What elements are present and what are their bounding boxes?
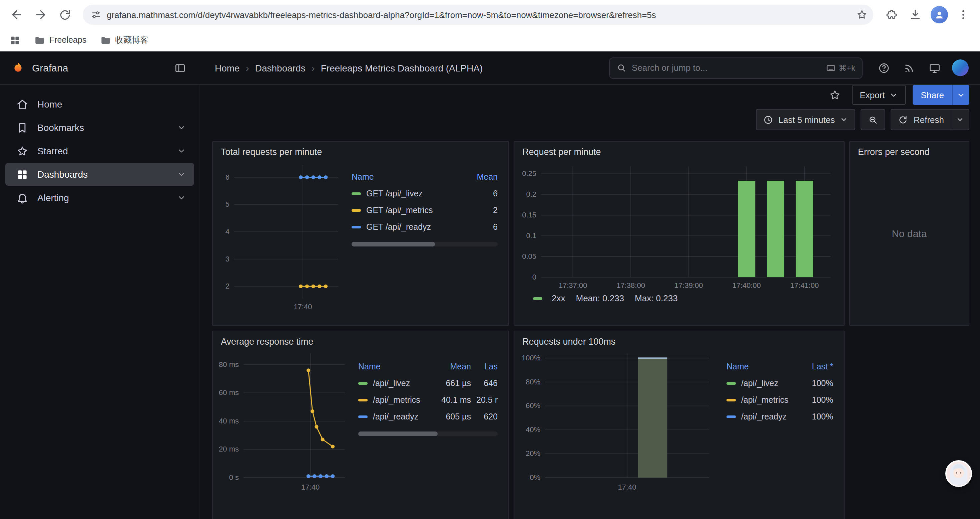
series-value: 40.1 ms bbox=[430, 395, 471, 404]
sidebar-item-bookmarks[interactable]: Bookmarks bbox=[5, 116, 194, 139]
legend-row[interactable]: GET /api/_livez6 bbox=[352, 185, 498, 202]
assistant-avatar[interactable] bbox=[945, 460, 972, 487]
breadcrumb-separator: › bbox=[312, 62, 315, 73]
empty-grid-cell bbox=[849, 331, 969, 519]
legend-inline[interactable]: 2xx Mean: 0.233 Max: 0.233 bbox=[514, 292, 844, 308]
series-name: /api/_readyz bbox=[373, 412, 430, 421]
dock-panel-icon bbox=[174, 62, 186, 74]
average-response-time-chart[interactable]: 80 ms60 ms40 ms20 ms0 s17:40 bbox=[217, 348, 350, 493]
legend-row[interactable]: GET /api/_readyz6 bbox=[352, 219, 498, 235]
requests-under-100ms-chart[interactable]: 100%80%60%40%20%0%17:40 bbox=[519, 348, 719, 493]
bookmark-star-icon[interactable] bbox=[856, 9, 868, 21]
legend-row[interactable]: /api/_readyz100% bbox=[727, 408, 833, 425]
request-per-minute-chart[interactable]: 0.250.20.150.10.05017:37:0017:38:0017:39… bbox=[519, 161, 838, 292]
url-bar[interactable] bbox=[83, 5, 873, 25]
legend-row[interactable]: /api/_readyz605 µs620 bbox=[358, 408, 498, 425]
display-button[interactable] bbox=[924, 57, 945, 78]
download-button[interactable] bbox=[904, 3, 927, 26]
breadcrumb-separator: › bbox=[246, 62, 249, 73]
panel-total-requests: Total requests per minute 6543217:40 Nam… bbox=[212, 141, 509, 326]
series-mean: Mean: 0.233 bbox=[576, 293, 624, 303]
legend-scrollbar[interactable] bbox=[352, 242, 498, 246]
legend-row[interactable]: /api/_livez661 µs646 bbox=[358, 375, 498, 391]
monitor-icon bbox=[929, 62, 941, 74]
bookmark-label: 收藏博客 bbox=[115, 34, 148, 46]
help-button[interactable] bbox=[873, 57, 895, 78]
sidebar-item-starred[interactable]: Starred bbox=[5, 140, 194, 162]
panel-title[interactable]: Average response time bbox=[213, 331, 508, 348]
refresh-interval-button[interactable] bbox=[951, 110, 969, 129]
export-button[interactable]: Export bbox=[851, 85, 906, 105]
legend-row[interactable]: /api/_livez100% bbox=[727, 375, 833, 391]
user-menu-button[interactable] bbox=[949, 57, 970, 78]
extensions-button[interactable] bbox=[880, 3, 903, 26]
sidebar-item-home[interactable]: Home bbox=[5, 93, 194, 115]
download-icon bbox=[908, 8, 922, 21]
series-value: 6 bbox=[471, 222, 498, 232]
legend-row[interactable]: /api/_metrics100% bbox=[727, 391, 833, 408]
share-button[interactable]: Share bbox=[913, 85, 969, 105]
svg-text:100%: 100% bbox=[522, 354, 540, 362]
chevron-down-icon[interactable] bbox=[177, 193, 186, 203]
reload-icon bbox=[58, 8, 71, 21]
sidebar-item-label: Home bbox=[37, 99, 62, 110]
sidebar-toggle-button[interactable] bbox=[169, 57, 191, 78]
sidebar-item-label: Alerting bbox=[37, 192, 69, 203]
forward-icon bbox=[34, 8, 48, 21]
total-requests-chart[interactable]: 6543217:40 bbox=[217, 158, 344, 313]
series-value: 661 µs bbox=[430, 378, 471, 388]
kebab-menu-icon bbox=[957, 9, 969, 21]
breadcrumb-dashboards[interactable]: Dashboards bbox=[255, 62, 305, 73]
clock-icon bbox=[763, 115, 773, 125]
svg-text:17:40: 17:40 bbox=[618, 483, 636, 491]
legend-row[interactable]: GET /api/_metrics2 bbox=[352, 202, 498, 219]
folder-icon bbox=[100, 34, 111, 46]
forward-button[interactable] bbox=[29, 3, 52, 26]
share-menu-button[interactable] bbox=[952, 85, 969, 105]
svg-text:5: 5 bbox=[226, 200, 229, 208]
time-range-picker[interactable]: Last 5 minutes bbox=[756, 109, 856, 130]
sidebar-item-alerting[interactable]: Alerting bbox=[5, 186, 194, 209]
scrollbar-thumb[interactable] bbox=[358, 431, 438, 436]
url-input[interactable] bbox=[107, 10, 851, 20]
bookmark-folder-freeleaps[interactable]: Freeleaps bbox=[34, 34, 86, 46]
refresh-button[interactable]: Refresh bbox=[892, 110, 951, 129]
time-toolbar: Last 5 minutes Refresh bbox=[200, 109, 980, 130]
svg-text:60 ms: 60 ms bbox=[219, 388, 239, 397]
grafana-logo[interactable] bbox=[11, 61, 25, 75]
series-value: 646 bbox=[471, 378, 498, 388]
series-value: 605 µs bbox=[430, 412, 471, 421]
browser-menu-button[interactable] bbox=[952, 3, 975, 26]
search-box[interactable]: ⌘+k bbox=[609, 57, 862, 78]
series-name: GET /api/_readyz bbox=[366, 222, 471, 232]
scrollbar-thumb[interactable] bbox=[352, 242, 435, 246]
dashboards-icon bbox=[16, 168, 29, 181]
breadcrumb-home[interactable]: Home bbox=[215, 62, 240, 73]
legend-scrollbar[interactable] bbox=[358, 431, 498, 436]
apps-grid-icon[interactable] bbox=[10, 34, 21, 46]
bookmark-folder-blogs[interactable]: 收藏博客 bbox=[100, 34, 148, 46]
news-button[interactable] bbox=[899, 57, 920, 78]
chevron-down-icon[interactable] bbox=[177, 146, 186, 156]
favorite-dashboard-button[interactable] bbox=[825, 85, 845, 105]
chevron-down-icon[interactable] bbox=[177, 170, 186, 179]
panel-title[interactable]: Request per minute bbox=[514, 142, 844, 158]
series-swatch bbox=[358, 415, 368, 418]
legend-header: NameLast * bbox=[727, 359, 833, 375]
legend-row[interactable]: /api/_metrics40.1 ms20.5 r bbox=[358, 391, 498, 408]
browser-profile-button[interactable] bbox=[928, 3, 951, 26]
reload-button[interactable] bbox=[53, 3, 76, 26]
refresh-button-group: Refresh bbox=[891, 109, 969, 130]
back-button[interactable] bbox=[5, 3, 28, 26]
panel-title[interactable]: Requests under 100ms bbox=[514, 331, 844, 348]
panel-title[interactable]: Total requests per minute bbox=[213, 142, 508, 158]
back-icon bbox=[10, 8, 23, 21]
chevron-down-icon[interactable] bbox=[177, 123, 186, 132]
zoom-out-button[interactable] bbox=[861, 109, 886, 130]
sidebar-item-dashboards[interactable]: Dashboards bbox=[5, 163, 194, 186]
panel-title[interactable]: Errors per second bbox=[850, 142, 969, 158]
search-input[interactable] bbox=[632, 63, 821, 73]
site-info-icon[interactable] bbox=[91, 10, 102, 20]
search-icon bbox=[616, 63, 627, 73]
browser-profile-avatar bbox=[931, 6, 948, 23]
